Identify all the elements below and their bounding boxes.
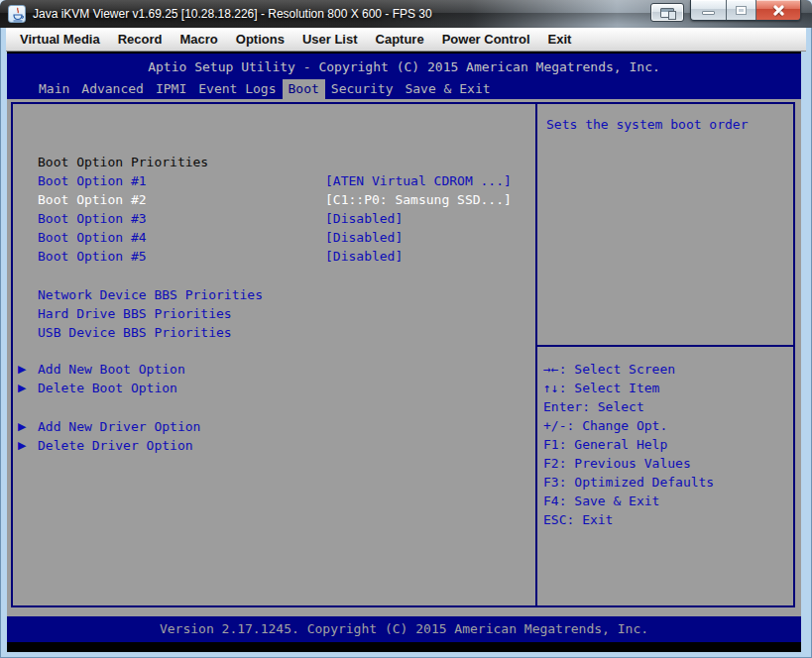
bios-title: Aptio Setup Utility - Copyright (C) 2015… bbox=[7, 57, 801, 76]
window-title: Java iKVM Viewer v1.69.25 [10.28.18.226]… bbox=[33, 0, 432, 28]
tab-boot[interactable]: Boot bbox=[283, 79, 325, 99]
boot-option-2[interactable]: Boot Option #2 [C1::P0: Samsung SSD...] bbox=[7, 190, 533, 209]
key-esc-exit: ESC: Exit bbox=[543, 510, 613, 529]
ikvm-viewer-window: Java iKVM Viewer v1.69.25 [10.28.18.226]… bbox=[0, 0, 812, 658]
key-f4-save-exit: F4: Save & Exit bbox=[543, 492, 659, 510]
hard-drive-bbs-priorities[interactable]: Hard Drive BBS Priorities bbox=[7, 304, 533, 323]
add-new-driver-option[interactable]: ▶ Add New Driver Option bbox=[7, 417, 533, 436]
delete-boot-option[interactable]: ▶ Delete Boot Option bbox=[7, 379, 533, 397]
boot-option-2-value: [C1::P0: Samsung SSD...] bbox=[325, 190, 512, 209]
screen-toggle-button[interactable] bbox=[650, 3, 684, 22]
menu-exit[interactable]: Exit bbox=[539, 28, 581, 52]
key-select-screen: →←: Select Screen bbox=[543, 360, 675, 379]
boot-option-4-value: [Disabled] bbox=[325, 228, 403, 247]
maximize-button[interactable] bbox=[727, 0, 756, 20]
submenu-arrow-icon: ▶ bbox=[18, 360, 26, 379]
boot-option-3-value: [Disabled] bbox=[325, 209, 403, 228]
boot-option-4[interactable]: Boot Option #4 [Disabled] bbox=[7, 228, 533, 247]
menu-user-list[interactable]: User List bbox=[293, 28, 367, 52]
minimize-button[interactable] bbox=[691, 0, 727, 20]
bios-content: Boot Option Priorities Boot Option #1 [A… bbox=[7, 99, 801, 616]
menu-capture[interactable]: Capture bbox=[367, 28, 433, 52]
submenu-arrow-icon: ▶ bbox=[18, 436, 26, 455]
delete-driver-option[interactable]: ▶ Delete Driver Option bbox=[7, 436, 533, 455]
menu-macro[interactable]: Macro bbox=[171, 28, 226, 52]
boot-option-5-value: [Disabled] bbox=[325, 247, 403, 266]
tab-advanced[interactable]: Advanced bbox=[75, 79, 150, 99]
minimize-icon bbox=[702, 11, 715, 15]
network-bbs-priorities[interactable]: Network Device BBS Priorities bbox=[7, 285, 533, 304]
boot-option-4-label: Boot Option #4 bbox=[38, 228, 147, 247]
bios-screen: Aptio Setup Utility - Copyright (C) 2015… bbox=[7, 52, 801, 652]
menu-options[interactable]: Options bbox=[227, 28, 293, 52]
bios-header: Aptio Setup Utility - Copyright (C) 2015… bbox=[7, 54, 801, 99]
java-app-icon bbox=[8, 5, 26, 23]
boot-option-5-label: Boot Option #5 bbox=[38, 247, 147, 266]
add-new-boot-option[interactable]: ▶ Add New Boot Option bbox=[7, 360, 533, 379]
bios-tab-row: Main Advanced IPMI Event Logs Boot Secur… bbox=[33, 79, 497, 99]
submenu-arrow-icon: ▶ bbox=[18, 379, 26, 397]
caption-buttons bbox=[690, 0, 801, 21]
key-select-item: ↑↓: Select Item bbox=[543, 379, 659, 397]
bios-version-text: Version 2.17.1245. Copyright (C) 2015 Am… bbox=[7, 616, 801, 642]
boot-option-1[interactable]: Boot Option #1 [ATEN Virtual CDROM ...] bbox=[7, 171, 533, 190]
window-icon bbox=[660, 8, 674, 18]
help-pane: Sets the system boot order →←: Select Sc… bbox=[537, 102, 793, 607]
menu-power-control[interactable]: Power Control bbox=[433, 28, 539, 52]
menu-record[interactable]: Record bbox=[109, 28, 172, 52]
section-title: Boot Option Priorities bbox=[7, 153, 533, 171]
maximize-icon bbox=[736, 6, 747, 15]
submenu-arrow-icon: ▶ bbox=[18, 417, 26, 436]
close-icon bbox=[771, 4, 785, 17]
tab-save-exit[interactable]: Save & Exit bbox=[399, 79, 496, 99]
usb-bbs-priorities[interactable]: USB Device BBS Priorities bbox=[7, 323, 533, 342]
key-f3-defaults: F3: Optimized Defaults bbox=[543, 473, 714, 492]
close-button[interactable] bbox=[756, 0, 800, 20]
key-change-opt: +/-: Change Opt. bbox=[543, 416, 667, 435]
key-f2-previous: F2: Previous Values bbox=[543, 454, 691, 473]
boot-option-5[interactable]: Boot Option #5 [Disabled] bbox=[7, 247, 533, 266]
tab-ipmi[interactable]: IPMI bbox=[150, 79, 192, 99]
menu-bar: Virtual Media Record Macro Options User … bbox=[6, 28, 806, 52]
title-bar[interactable]: Java iKVM Viewer v1.69.25 [10.28.18.226]… bbox=[0, 0, 812, 28]
boot-option-3[interactable]: Boot Option #3 [Disabled] bbox=[7, 209, 533, 228]
bios-footer: Version 2.17.1245. Copyright (C) 2015 Am… bbox=[7, 616, 801, 642]
key-f1-help: F1: General Help bbox=[543, 435, 667, 454]
boot-option-3-label: Boot Option #3 bbox=[38, 209, 147, 228]
menu-virtual-media[interactable]: Virtual Media bbox=[11, 28, 109, 52]
tab-main[interactable]: Main bbox=[33, 79, 75, 99]
boot-option-1-value: [ATEN Virtual CDROM ...] bbox=[325, 171, 512, 190]
item-help-text: Sets the system boot order bbox=[546, 115, 749, 134]
boot-option-1-label: Boot Option #1 bbox=[38, 171, 147, 190]
boot-option-2-label: Boot Option #2 bbox=[38, 190, 147, 209]
tab-event-logs[interactable]: Event Logs bbox=[192, 79, 282, 99]
tab-security[interactable]: Security bbox=[325, 79, 400, 99]
key-enter-select: Enter: Select bbox=[543, 397, 644, 416]
